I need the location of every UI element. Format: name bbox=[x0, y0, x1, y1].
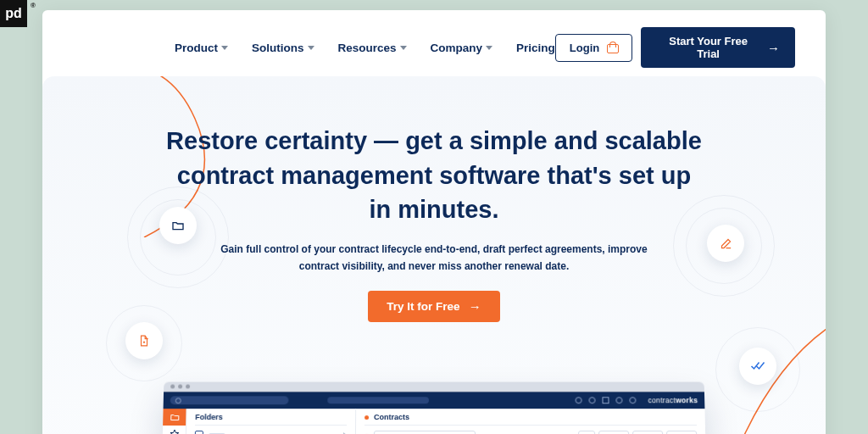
nav-resources[interactable]: Resources bbox=[338, 42, 407, 54]
file-bubble-icon bbox=[125, 322, 163, 359]
double-check-icon bbox=[750, 359, 765, 374]
mockup-side-rail bbox=[162, 409, 187, 434]
nav-pricing-label: Pricing bbox=[516, 42, 555, 54]
rail-folder-tab bbox=[163, 409, 186, 426]
rail-star-tab bbox=[163, 426, 186, 434]
folders-header: Folders bbox=[195, 413, 347, 426]
arrow-right-icon: → bbox=[767, 42, 780, 54]
start-trial-button[interactable]: Start Your Free Trial → bbox=[641, 27, 795, 68]
login-button[interactable]: Login bbox=[555, 34, 632, 62]
mockup-url bbox=[327, 397, 429, 403]
clock-icon bbox=[576, 397, 582, 403]
primary-nav: Product Solutions Resources Company Pric… bbox=[175, 42, 555, 54]
hero-section: Restore certainty — get a simple and sca… bbox=[42, 76, 826, 434]
globe-icon bbox=[589, 397, 596, 403]
nav-product-label: Product bbox=[175, 42, 218, 54]
mockup-body: Folders Contracts bbox=[162, 409, 707, 434]
login-label: Login bbox=[570, 42, 599, 54]
mockup-toolbar bbox=[364, 426, 698, 434]
arrow-right-icon: → bbox=[469, 300, 481, 313]
edit-bubble-icon bbox=[707, 225, 744, 262]
mockup-brand: contractworks bbox=[648, 396, 698, 404]
nav-company-label: Company bbox=[431, 42, 483, 54]
edit-icon bbox=[718, 236, 733, 251]
window-controls-icon bbox=[170, 384, 190, 388]
chevron-down-icon bbox=[221, 46, 228, 50]
chevron-down-icon bbox=[486, 46, 492, 50]
mockup-app-nav: contractworks bbox=[164, 392, 705, 409]
try-free-button[interactable]: Try It for Free → bbox=[368, 291, 499, 322]
page-card: Product Solutions Resources Company Pric… bbox=[42, 10, 826, 434]
home-icon bbox=[195, 431, 203, 434]
folder-icon bbox=[170, 218, 186, 233]
mockup-contracts-panel: Contracts bbox=[356, 409, 707, 434]
hero-content: Restore certainty — get a simple and sca… bbox=[42, 76, 826, 322]
hero-title: Restore certainty — get a simple and sca… bbox=[163, 124, 705, 227]
lock-icon bbox=[606, 42, 618, 53]
nav-pricing[interactable]: Pricing bbox=[516, 42, 555, 54]
grid-icon bbox=[603, 397, 609, 403]
mockup-nav-icons bbox=[576, 397, 637, 403]
hero-subtitle: Gain full control of your contract lifec… bbox=[214, 241, 654, 275]
check-bubble-icon bbox=[739, 348, 776, 385]
gear-icon bbox=[630, 397, 637, 403]
pd-logo: pd bbox=[0, 0, 27, 27]
search-icon bbox=[170, 396, 289, 404]
main-header: Product Solutions Resources Company Pric… bbox=[42, 10, 826, 80]
chevron-down-icon bbox=[308, 46, 314, 50]
nav-solutions[interactable]: Solutions bbox=[252, 42, 314, 54]
user-icon bbox=[616, 397, 623, 403]
mockup-folders-panel: Folders bbox=[186, 409, 356, 434]
mockup-browser-chrome bbox=[164, 382, 704, 392]
contracts-header: Contracts bbox=[364, 413, 697, 426]
try-free-label: Try It for Free bbox=[387, 300, 459, 313]
nav-solutions-label: Solutions bbox=[252, 42, 304, 54]
nav-resources-label: Resources bbox=[338, 42, 397, 54]
chevron-down-icon bbox=[400, 46, 407, 50]
folder-bubble-icon bbox=[159, 207, 197, 244]
nav-product[interactable]: Product bbox=[175, 42, 228, 54]
start-trial-label: Start Your Free Trial bbox=[656, 35, 760, 60]
nav-company[interactable]: Company bbox=[431, 42, 493, 54]
file-icon bbox=[136, 333, 152, 348]
product-mockup: contractworks Folders Con bbox=[162, 382, 707, 434]
